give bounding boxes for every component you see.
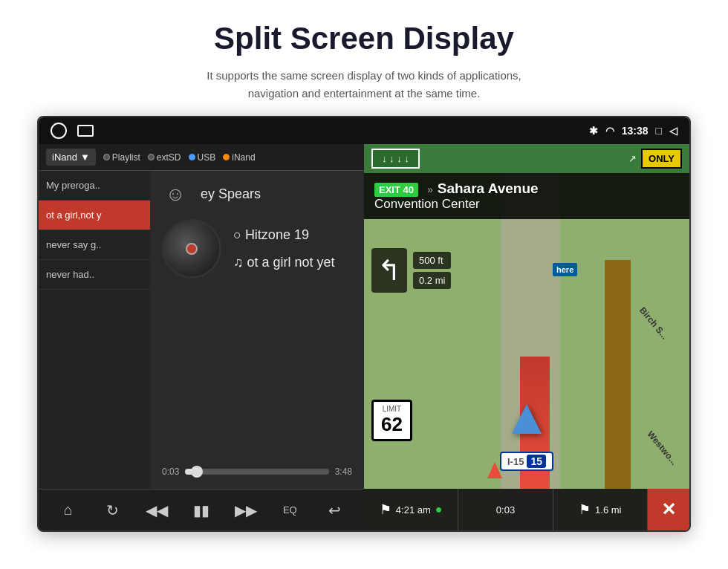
- image-icon: [77, 125, 94, 137]
- artist-icon: ☺: [162, 183, 189, 206]
- source-options: Playlist extSD USB iNand: [103, 152, 256, 163]
- red-car-indicator: [487, 462, 502, 478]
- down-arrows: ↓ ↓ ↓ ↓: [382, 153, 409, 164]
- green-direction-sign: ↓ ↓ ↓ ↓: [371, 149, 420, 169]
- home-button[interactable]: ⌂: [55, 497, 82, 524]
- time-display: 13:38: [622, 125, 649, 137]
- pause-button[interactable]: ▮▮: [188, 497, 215, 524]
- highway-shield: I-15 15: [500, 452, 553, 471]
- nav-arrow-shape: [512, 404, 542, 434]
- radio-dot-playlist: [103, 154, 110, 160]
- green-dot-icon: ●: [435, 503, 443, 516]
- radio-dot-inand: [223, 154, 230, 160]
- artist-row: ☺ ey Spears: [162, 183, 352, 206]
- playlist-sidebar: My preroga.. ot a girl,not y never say g…: [39, 171, 150, 489]
- status-bar: ✱ ◠ 13:38 □ ◁: [39, 117, 689, 144]
- source-dropdown[interactable]: iNand ▼: [46, 149, 96, 166]
- here-logo: here: [553, 263, 577, 276]
- exit-tag: EXIT 40: [374, 183, 418, 197]
- source-label: iNand: [52, 152, 77, 163]
- playlist-item-1[interactable]: ot a girl,not y: [39, 201, 150, 230]
- back-icon: ◁: [669, 125, 677, 137]
- nav-close-button[interactable]: ✕: [648, 489, 689, 530]
- progress-bar-container: 0:03 3:48: [162, 466, 352, 477]
- page-subtitle: It supports the same screen display of t…: [45, 67, 683, 103]
- device-frame: ✱ ◠ 13:38 □ ◁ iNand ▼ Playlist: [37, 116, 691, 532]
- distance-mi: 0.2 mi: [413, 272, 451, 289]
- progress-thumb: [191, 466, 203, 478]
- turn-instruction: ↰ 500 ft 0.2 mi: [371, 248, 451, 293]
- exit-landmark: Convention Center: [374, 197, 679, 212]
- track-info: ☺ ey Spears ○ Hitzone 19 ♫ ot a girl not…: [162, 183, 352, 459]
- exit-street: Sahara Avenue: [438, 181, 539, 197]
- nav-bottom-bar: ⚑ 4:21 am ● 0:03 ⚑ 1.6 mi ✕: [364, 489, 689, 530]
- back-button[interactable]: ↩: [321, 497, 348, 524]
- chevron-down-icon: ▼: [80, 152, 90, 163]
- vinyl-record: [162, 219, 221, 279]
- song-name: ♫ ot a girl not yet: [233, 255, 335, 270]
- elapsed-time: 0:03: [496, 504, 515, 516]
- circle-icon: [51, 123, 67, 139]
- album-row: ○ Hitzone 19 ♫ ot a girl not yet: [162, 219, 352, 279]
- speed-limit-value: 62: [381, 413, 403, 436]
- progress-track[interactable]: [185, 469, 328, 475]
- album-name: ○ Hitzone 19: [233, 227, 335, 243]
- artist-name: ey Spears: [201, 186, 261, 202]
- remaining-distance: 1.6 mi: [595, 504, 621, 516]
- controls-bar: ⌂ ↻ ◀◀ ▮▮ ▶▶ EQ ↩: [39, 489, 364, 530]
- road-brown: [605, 260, 631, 489]
- status-right-info: ✱ ◠ 13:38 □ ◁: [589, 125, 677, 137]
- bluetooth-icon: ✱: [589, 125, 598, 137]
- arrival-time-segment: ⚑ 4:21 am ●: [364, 489, 458, 530]
- highway-badge: I-15 15: [500, 452, 553, 471]
- navigation-panel: Birch S... Westwo... here ↓ ↓ ↓ ↓ ↗ ONLY: [364, 144, 689, 530]
- current-time: 0:03: [162, 466, 179, 477]
- progress-section: 0:03 3:48: [162, 459, 352, 477]
- nav-header: ↓ ↓ ↓ ↓ ↗ ONLY EXIT 40 » Sahara Avenue: [364, 144, 689, 219]
- prev-button[interactable]: ◀◀: [143, 497, 170, 524]
- source-option-playlist[interactable]: Playlist: [103, 152, 140, 163]
- location-icon: ◠: [605, 125, 614, 137]
- source-option-inand[interactable]: iNand: [223, 152, 255, 163]
- repeat-button[interactable]: ↻: [100, 497, 126, 524]
- screen-mirror-icon: □: [656, 125, 662, 137]
- arrival-time: 4:21 am: [396, 504, 431, 516]
- playlist-item-0[interactable]: My preroga..: [39, 171, 150, 201]
- next-button[interactable]: ▶▶: [233, 497, 259, 524]
- vinyl-center: [186, 243, 198, 255]
- nav-exit-banner: EXIT 40 » Sahara Avenue Convention Cente…: [364, 173, 689, 219]
- flag-start-icon: ⚑: [380, 501, 391, 518]
- nav-map: Birch S... Westwo... here ↓ ↓ ↓ ↓ ↗ ONLY: [364, 144, 689, 530]
- eq-button[interactable]: EQ: [276, 497, 303, 524]
- speed-limit: LIMIT 62: [371, 400, 412, 441]
- page-header: Split Screen Display It supports the sam…: [0, 0, 728, 116]
- highway-label: I-15: [507, 456, 524, 467]
- source-option-extsd[interactable]: extSD: [148, 152, 181, 163]
- nav-arrow: [512, 404, 542, 434]
- source-bar: iNand ▼ Playlist extSD USB: [39, 144, 364, 171]
- now-playing: ☺ ey Spears ○ Hitzone 19 ♫ ot a girl not…: [150, 171, 364, 489]
- player-body: My preroga.. ot a girl,not y never say g…: [39, 171, 364, 489]
- status-left-icons: [51, 123, 94, 139]
- total-time: 3:48: [335, 466, 352, 477]
- distance-ft: 500 ft: [413, 252, 451, 269]
- main-content: iNand ▼ Playlist extSD USB: [39, 144, 689, 530]
- only-sign: ONLY: [641, 149, 682, 169]
- page-title: Split Screen Display: [45, 21, 683, 56]
- music-panel: iNand ▼ Playlist extSD USB: [39, 144, 364, 530]
- flag-end-icon: ⚑: [579, 501, 591, 518]
- highway-number: 15: [527, 455, 546, 468]
- turn-sign: ↰: [371, 248, 407, 293]
- playlist-item-3[interactable]: never had..: [39, 260, 150, 290]
- nav-signs: ↓ ↓ ↓ ↓ ↗ ONLY: [364, 144, 689, 173]
- playlist-item-2[interactable]: never say g..: [39, 230, 150, 260]
- radio-dot-usb: [189, 154, 195, 160]
- source-option-usb[interactable]: USB: [189, 152, 216, 163]
- elapsed-time-segment: 0:03: [458, 489, 553, 530]
- remaining-distance-segment: ⚑ 1.6 mi: [553, 489, 648, 530]
- radio-dot-extsd: [148, 154, 155, 160]
